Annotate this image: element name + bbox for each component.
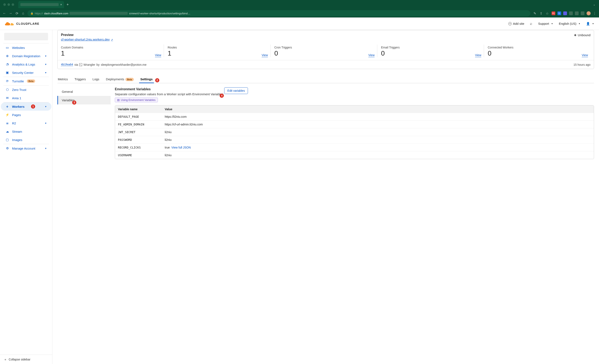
deploy-row: 4b1fea64 via >_ Wrangler by sleeplongerw… <box>58 60 594 69</box>
language-label: English (US) <box>559 22 576 25</box>
view-json-link[interactable]: View full JSON <box>171 146 191 149</box>
cloudflare-logo[interactable] <box>5 21 16 26</box>
lock-icon: 🔒 <box>30 12 34 15</box>
sidebar-item-workers[interactable]: ⟡Workers▼1 <box>1 102 51 111</box>
tab-settings[interactable]: Settings2 <box>140 75 153 83</box>
ext-panel-icon[interactable] <box>581 11 584 15</box>
collapse-label: Collapse sidebar <box>9 358 30 361</box>
back-icon[interactable]: ← <box>2 11 6 15</box>
ext-grey1-icon[interactable] <box>569 11 573 15</box>
sidebar-item-pages[interactable]: ⚡Pages <box>1 111 51 119</box>
nav-label: Analytics & Logs <box>12 62 35 66</box>
settings-nav-general[interactable]: General <box>57 87 111 96</box>
ext-purple-icon[interactable] <box>563 11 567 15</box>
add-site-button[interactable]: + Add site <box>508 22 524 25</box>
tab-metrics[interactable]: Metrics <box>57 75 68 83</box>
extension-icons: FE G ⋮ <box>552 11 597 15</box>
sidebar-item-r2[interactable]: ≣R2▼ <box>1 119 51 127</box>
stat-view-link[interactable]: View <box>368 53 375 57</box>
sidebar-item-domain-registration[interactable]: ⊕Domain Registration▼ <box>1 52 51 60</box>
new-tab-button[interactable]: + <box>67 2 69 7</box>
sidebar-item-manage-account[interactable]: ⚙Manage Account▼ <box>1 144 51 152</box>
tab-logs[interactable]: Logs <box>92 75 100 83</box>
ext-fe-icon[interactable]: FE <box>552 11 555 15</box>
preview-url-link[interactable]: cf-worker-shorturl.2niu.workers.dev <box>61 38 113 41</box>
nav-label: Domain Registration <box>12 54 40 58</box>
support-menu[interactable]: Support <box>538 22 553 25</box>
profile-avatar-icon[interactable] <box>587 11 591 15</box>
nav-label: Stream <box>12 130 22 133</box>
table-row: PASSWORDli2niu <box>115 136 594 143</box>
col-variable-name: Variable name <box>115 106 162 113</box>
user-menu[interactable]: 👤 <box>586 22 594 26</box>
forward-icon[interactable]: → <box>9 11 12 15</box>
preview-url-text: cf-worker-shorturl.2niu.workers.dev <box>61 38 110 41</box>
sidebar-item-stream[interactable]: ☁Stream <box>1 127 51 136</box>
nav-icon: ⬡ <box>5 88 9 91</box>
external-link-icon <box>111 38 113 41</box>
tab-deployments[interactable]: DeploymentsBeta <box>106 75 134 83</box>
preview-card: Preview cf-worker-shorturl.2niu.workers.… <box>57 30 594 69</box>
account-selector[interactable] <box>0 30 52 43</box>
deploy-tool: Wrangler <box>83 63 95 66</box>
header-actions: + Add site Support English (US) 👤 <box>508 21 594 26</box>
edit-url-icon[interactable]: ✎ <box>533 11 537 15</box>
settings-nav-variables[interactable]: Variables3 <box>57 96 111 104</box>
sidebar-footer: « Collapse sidebar <box>0 355 52 364</box>
sidebar-item-images[interactable]: ▢Images <box>1 136 51 144</box>
var-name: RECORD_CLICKS <box>115 144 162 151</box>
worker-tabs: MetricsTriggersLogsDeploymentsBetaSettin… <box>57 75 594 83</box>
var-name: DEFAULT_PAGE <box>115 113 162 120</box>
stat-view-link[interactable]: View <box>582 53 588 57</box>
collapse-sidebar-button[interactable]: « Collapse sidebar <box>0 355 52 364</box>
address-bar: ← → ⟳ ⌂ 🔒 https://dash.cloudflare.com s/… <box>0 9 599 18</box>
tab-triggers[interactable]: Triggers <box>74 75 86 83</box>
logo-text: CLOUDFLARE <box>16 22 39 25</box>
stat-label: Routes <box>168 46 268 49</box>
deploy-by: by <box>97 63 100 66</box>
commit-hash-link[interactable]: 4b1fea64 <box>61 63 73 66</box>
stat-view-link[interactable]: View <box>262 53 268 57</box>
stat-value: 1 <box>61 50 65 57</box>
edit-variables-button[interactable]: Edit variables <box>224 87 248 94</box>
nav-icon: ⚙ <box>5 146 9 150</box>
sidebar-item-turnstile[interactable]: ⟳TurnstileBeta <box>1 77 51 85</box>
share-icon[interactable]: ⇪ <box>539 11 543 15</box>
stat-custom-domains: Custom Domains1View <box>61 44 164 57</box>
nav-icon: ▣ <box>5 71 9 74</box>
stats-row: Custom Domains1ViewRoutes1ViewCron Trigg… <box>58 43 594 60</box>
sidebar-item-analytics-logs[interactable]: ◔Analytics & Logs▼ <box>1 60 51 68</box>
close-icon[interactable]: × <box>60 3 62 6</box>
browser-tab[interactable]: × <box>18 1 64 8</box>
ext-puzzle-icon[interactable] <box>575 11 579 15</box>
sidebar-item-zero-trust[interactable]: ⬡Zero Trust <box>1 86 51 94</box>
env-vars-doc-link[interactable]: Using Environment Variables <box>115 98 158 102</box>
search-button[interactable] <box>530 21 532 26</box>
traffic-min-icon[interactable] <box>8 3 10 6</box>
sidebar-item-area-1[interactable]: ✉Area 1 <box>1 94 51 102</box>
reload-icon[interactable]: ⟳ <box>15 11 19 15</box>
sidebar-item-security-center[interactable]: ▣Security Center▼ <box>1 68 51 77</box>
traffic-close-icon[interactable] <box>3 3 6 6</box>
settings-nav: GeneralVariables3 <box>57 87 111 159</box>
var-value: li2niu <box>165 138 172 142</box>
stat-view-link[interactable]: View <box>475 53 481 57</box>
url-host: dash.cloudflare.com <box>44 12 68 15</box>
menu-icon[interactable]: ⋮ <box>593 11 597 15</box>
sidebar-item-websites[interactable]: ▭Websites <box>1 44 51 52</box>
language-menu[interactable]: English (US) <box>559 22 580 25</box>
env-vars-table: Variable name Value DEFAULT_PAGEhttps://… <box>115 105 594 159</box>
home-icon[interactable]: ⌂ <box>21 11 25 15</box>
stat-view-link[interactable]: View <box>155 53 161 57</box>
var-name: FE_ADMIN_DOMAIN <box>115 121 162 128</box>
tab-overflow-icon[interactable]: ⌄ <box>593 3 597 6</box>
traffic-max-icon[interactable] <box>12 3 14 6</box>
url-input[interactable]: 🔒 https://dash.cloudflare.com s/view/cf-… <box>27 10 530 17</box>
var-value: https://cf-url-admin.li2niu.com <box>165 123 203 126</box>
table-row: FE_ADMIN_DOMAINhttps://cf-url-admin.li2n… <box>115 120 594 128</box>
stat-label: Custom Domains <box>61 46 161 49</box>
stat-value: 0 <box>488 50 492 57</box>
account-redacted <box>4 33 48 40</box>
star-icon[interactable]: ☆ <box>545 11 549 15</box>
ext-translate-icon[interactable]: G <box>557 11 561 15</box>
